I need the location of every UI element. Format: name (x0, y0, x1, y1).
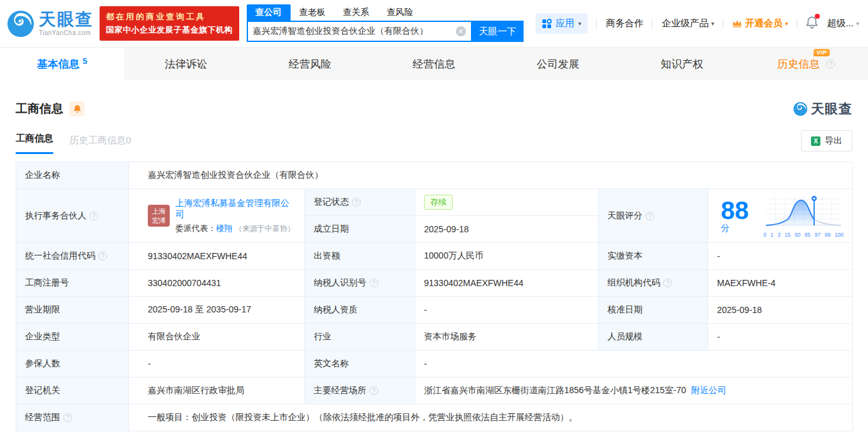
score-curve (763, 194, 844, 229)
field-label-company-name: 企业名称 (16, 162, 129, 189)
tianyancha-logo[interactable]: 天眼查 TianYanCha.com (6, 9, 93, 38)
tab-basic-count: 5 (83, 56, 87, 66)
membership-label: 开通会员 (745, 18, 782, 29)
help-icon[interactable]: ? (63, 413, 72, 422)
chevron-down-icon: ▾ (856, 20, 859, 27)
tab-basic-info[interactable]: 基本信息 5 (0, 48, 124, 80)
apps-label: 应用 (555, 18, 574, 29)
field-label-taxpayer-quality: 纳税人资质 (305, 297, 415, 324)
tab-risk-label: 经营风险 (289, 57, 331, 71)
section-title: 工商信息 (16, 101, 63, 117)
search-tab-risk[interactable]: 查风险 (378, 4, 422, 21)
chevron-down-icon: ▾ (785, 20, 788, 27)
partner-avatar[interactable]: 上海宏溥 (148, 205, 170, 227)
rep-label: 委派代表： (175, 224, 216, 233)
field-value-uscc: 91330402MAEXFWHE44 (129, 243, 305, 270)
help-icon[interactable]: ? (646, 212, 654, 220)
status-badge: 存续 (424, 195, 453, 210)
promo-banner: 都在用的商业查询工具 国家中小企业发展子基金旗下机构 (100, 6, 239, 40)
field-label-reg-number: 工商注册号 (16, 270, 129, 297)
account-label: 超级... (827, 18, 854, 29)
nav-membership[interactable]: 开通会员 ▾ (732, 18, 788, 29)
tab-operation-risk[interactable]: 经营风险 (248, 48, 372, 80)
subtab-business-info[interactable]: 工商信息 (16, 133, 53, 154)
tab-legal-label: 法律诉讼 (165, 57, 207, 71)
search-tab-relation[interactable]: 查关系 (334, 4, 378, 21)
tab-development[interactable]: 公司发展 (496, 48, 620, 80)
logo-domain: TianYanCha.com (39, 30, 93, 36)
partner-company-link[interactable]: 上海宏溥私募基金管理有限公司 (175, 198, 296, 220)
field-value-taxpayer-quality: - (415, 297, 599, 324)
score-unit: 分 (721, 223, 730, 233)
help-icon[interactable]: ? (352, 198, 361, 207)
field-value-business-address: 浙江省嘉兴市南湖区东栅街道南江路1856号基金小镇1号楼215室-70 附近公司 (415, 378, 853, 404)
watermark-logo: 天眼查 (793, 100, 852, 118)
vip-badge: VIP (814, 49, 830, 56)
export-button[interactable]: X 导出 (801, 130, 852, 152)
search-submit-button[interactable]: 天眼一下 (472, 21, 524, 42)
field-value-org-code: MAEXFWHE-4 (708, 270, 853, 297)
help-icon[interactable]: ? (663, 279, 672, 287)
tab-history-info[interactable]: 历史信息 VIP ? (744, 48, 868, 80)
field-value-business-scope: 一般项目：创业投资（限投资未上市企业）（除依法须经批准的项目外，凭营业执照依法自… (129, 404, 853, 431)
notifications-bell-icon[interactable] (806, 16, 818, 31)
subtab-row: 工商信息 历史工商信息0 X 导出 (16, 130, 852, 154)
field-value-company-name: 嘉兴宏溥智造创业投资合伙企业（有限合伙） (129, 162, 853, 189)
nearby-companies-link[interactable]: 附近公司 (691, 385, 726, 396)
help-icon[interactable]: ? (826, 59, 835, 68)
search-tab-company[interactable]: 查公司 (247, 4, 291, 21)
nav-cooperation[interactable]: 商务合作 (606, 18, 643, 29)
search-input[interactable] (248, 26, 456, 36)
field-value-reg-status: 存续 (415, 189, 599, 216)
field-value-reg-number: 330402000704431 (129, 270, 305, 297)
help-icon[interactable]: ? (90, 212, 98, 220)
tianyancha-logo-icon (6, 9, 35, 38)
monitor-bell-icon[interactable] (70, 101, 85, 116)
field-label-taxpayer-id: 纳税人识别号? (305, 270, 415, 297)
field-value-company-type: 有限合伙企业 (129, 324, 305, 351)
field-label-company-type: 企业类型 (16, 324, 129, 351)
field-label-approval-date: 核准日期 (599, 297, 708, 324)
tab-ip-label: 知识产权 (661, 57, 703, 71)
help-icon[interactable]: ? (98, 252, 107, 260)
help-icon[interactable]: ? (369, 386, 378, 395)
field-label-staff-size: 人员规模 (599, 324, 708, 351)
promo-line2: 国家中小企业发展子基金旗下机构 (106, 24, 233, 36)
nav-account[interactable]: 超级... ▾ (827, 18, 859, 29)
tab-legal[interactable]: 法律诉讼 (124, 48, 248, 80)
search-tab-boss[interactable]: 查老板 (291, 4, 334, 21)
field-label-business-scope: 经营范围? (16, 404, 129, 431)
business-info-section: 工商信息 天眼查 工商信息 历史工商信息0 X 导出 企业名称 嘉兴宏溥智造创业… (0, 100, 868, 431)
watermark-text: 天眼查 (811, 100, 852, 118)
field-value-paid-capital: - (708, 243, 853, 270)
field-label-establish-date: 成立日期 (305, 216, 415, 243)
apps-grid-icon (542, 19, 552, 29)
excel-icon: X (811, 136, 820, 146)
search-area: 查公司 查老板 查关系 查风险 ✕ 天眼一下 (247, 5, 524, 42)
field-value-approval-date: 2025-09-18 (708, 297, 853, 324)
rep-name-link[interactable]: 楼翔 (216, 224, 232, 233)
apps-menu-button[interactable]: 应用 ▾ (535, 13, 587, 34)
field-label-business-term: 营业期限 (16, 297, 129, 324)
divider (797, 19, 797, 29)
score-number: 88 (721, 197, 749, 224)
field-label-business-address: 主要经营场所? (305, 378, 415, 404)
field-value-insured-count: - (129, 351, 305, 378)
field-label-uscc: 统一社会信用代码? (16, 243, 129, 270)
search-box: ✕ (247, 21, 472, 42)
export-label: 导出 (825, 135, 842, 147)
watermark-logo-icon (793, 101, 808, 116)
nav-enterprise-products[interactable]: 企业级产品 ▾ (661, 18, 714, 29)
field-value-taxpayer-id: 91330402MAEXFWHE44 (415, 270, 599, 297)
promo-line1: 都在用的商业查询工具 (106, 11, 233, 23)
clear-search-icon[interactable]: ✕ (456, 26, 466, 36)
tab-intellectual-property[interactable]: 知识产权 (620, 48, 744, 80)
tab-operating-info[interactable]: 经营信息 (372, 48, 496, 80)
company-tab-bar: 基本信息 5 法律诉讼 经营风险 经营信息 公司发展 知识产权 历史信息 VIP… (0, 47, 868, 80)
top-nav: 应用 ▾ 商务合作 企业级产品 ▾ 开通会员 ▾ 超级.. (535, 13, 859, 34)
score-distribution-chart: 01 315 5085 9799 100 (763, 194, 844, 238)
help-icon[interactable]: ? (369, 279, 378, 287)
field-value-registration-authority: 嘉兴市南湖区行政审批局 (129, 378, 305, 404)
subtab-history-business-info[interactable]: 历史工商信息0 (70, 135, 131, 154)
field-value-tianyan-score: 88分 (708, 189, 853, 243)
